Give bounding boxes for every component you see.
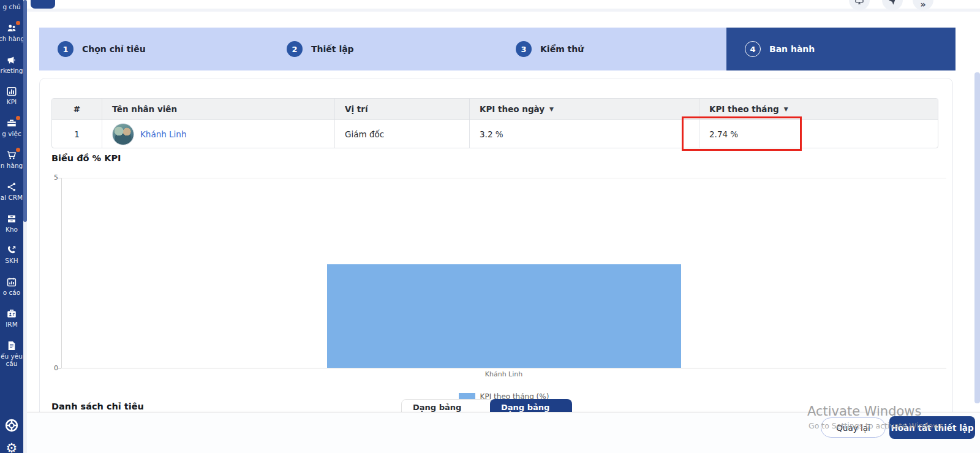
cart-icon: [6, 150, 17, 161]
table-header-row: # Tên nhân viên Vị trí KPI theo ngày ▼ K…: [52, 99, 938, 120]
sidebar-item-label: ch hàng: [0, 35, 23, 42]
step-kiem-thu[interactable]: 3 Kiểm thử: [497, 28, 726, 70]
cell-employee: Khánh Linh: [102, 120, 334, 148]
sort-desc-icon[interactable]: ▼: [784, 106, 788, 112]
briefcase-icon: [6, 118, 17, 129]
chart-plot: [61, 178, 946, 368]
kpi-chart-icon: [6, 86, 17, 97]
topbar: [27, 0, 980, 12]
request-icon: [6, 340, 17, 351]
header-position: Vị trí: [334, 99, 469, 120]
step-ban-hanh[interactable]: 4 Ban hành: [726, 28, 956, 70]
sidebar-help-button[interactable]: [0, 417, 23, 433]
employee-avatar[interactable]: [112, 123, 134, 145]
notification-dot: [16, 148, 20, 152]
content-scrollbar-thumb[interactable]: [974, 72, 980, 403]
cell-index: 1: [52, 120, 102, 148]
share-icon: [6, 181, 17, 192]
sidebar-item-label: al CRM: [1, 194, 23, 201]
sidebar-item-label: g chủ: [2, 3, 20, 10]
step-label: Ban hành: [769, 44, 815, 54]
sidebar-item[interactable]: g việc: [0, 112, 23, 144]
header-employee-name: Tên nhân viên: [102, 99, 334, 120]
header-kpi-day-label: KPI theo ngày: [480, 104, 545, 114]
chart-title: Biểu đồ % KPI: [51, 153, 121, 163]
sidebar-scroll-up[interactable]: [0, 378, 23, 390]
sidebar-item[interactable]: ếu yêu cầu: [0, 335, 23, 367]
step-label: Chọn chỉ tiêu: [82, 44, 146, 54]
y-axis-tick-min: 0: [43, 364, 58, 372]
cell-kpi-day: 3.2 %: [469, 120, 699, 148]
x-axis-category-label: Khánh Linh: [61, 370, 946, 378]
step-thiet-lap[interactable]: 2 Thiết lập: [268, 28, 497, 70]
sidebar-item[interactable]: ch hàng: [0, 17, 23, 49]
sidebar-item-label: n hàng: [1, 162, 23, 169]
customers-icon: [6, 23, 17, 34]
step-number-badge: 1: [58, 41, 74, 57]
sidebar-item[interactable]: SKH: [0, 239, 23, 271]
send-icon: [888, 0, 897, 10]
sidebar-item[interactable]: o cáo: [0, 271, 23, 303]
sidebar-item-label: IRM: [6, 321, 17, 328]
sidebar-scroll-down[interactable]: [0, 398, 23, 410]
y-axis-tickmark: [58, 368, 61, 369]
header-index: #: [52, 99, 102, 120]
step-label: Thiết lập: [311, 44, 354, 54]
lifebuoy-icon: [4, 417, 20, 433]
megaphone-icon: [6, 55, 17, 66]
notification-dot: [16, 116, 20, 120]
wizard-stepper: 1 Chọn chỉ tiêu 2 Thiết lập 3 Kiểm thử 4…: [39, 28, 956, 70]
sidebar-settings-button[interactable]: ⚙: [0, 442, 23, 453]
sidebar-item[interactable]: KPI: [0, 80, 23, 112]
sidebar: g chủch hàngrketingKPIg việcn hàngal CRM…: [0, 0, 23, 453]
cell-position: Giám đốc: [334, 120, 469, 148]
gear-icon: ⚙: [6, 442, 18, 453]
phone-icon: [6, 245, 17, 256]
sidebar-collapse-button[interactable]: [31, 0, 55, 9]
sidebar-menu: g chủch hàngrketingKPIg việcn hàngal CRM…: [0, 0, 23, 367]
sidebar-item-label: rketing: [1, 67, 23, 74]
step-number-badge: 3: [516, 41, 532, 57]
sidebar-item-label: SKH: [5, 257, 18, 264]
sidebar-item-label: KPI: [7, 98, 17, 105]
header-kpi-month[interactable]: KPI theo tháng ▼: [699, 99, 938, 120]
sidebar-scrollbar[interactable]: [23, 0, 27, 453]
sidebar-item[interactable]: al CRM: [0, 176, 23, 208]
y-axis-tick-max: 5: [43, 173, 58, 181]
forward-icon: »: [920, 0, 925, 9]
header-kpi-day[interactable]: KPI theo ngày ▼: [469, 99, 699, 120]
sidebar-scrollbar-thumb[interactable]: [23, 0, 27, 222]
notification-dot: [16, 21, 20, 25]
employee-name-link[interactable]: Khánh Linh: [140, 129, 186, 139]
target-list-title: Danh sách chỉ tiêu: [51, 402, 144, 411]
step-chon-chi-tieu[interactable]: 1 Chọn chỉ tiêu: [39, 28, 268, 70]
report-icon: [6, 276, 17, 287]
sidebar-item[interactable]: n hàng: [0, 144, 23, 176]
step-number-badge: 2: [287, 41, 303, 57]
back-button[interactable]: Quay lại: [821, 417, 886, 438]
sidebar-item[interactable]: rketing: [0, 49, 23, 81]
header-kpi-month-label: KPI theo tháng: [709, 104, 779, 114]
home-icon: [6, 0, 17, 2]
sidebar-item[interactable]: IRM: [0, 303, 23, 335]
sidebar-item-label: g việc: [2, 130, 21, 137]
sidebar-item[interactable]: g chủ: [0, 0, 23, 17]
hrm-icon: [6, 308, 17, 319]
kpi-table: # Tên nhân viên Vị trí KPI theo ngày ▼ K…: [51, 98, 938, 148]
cell-kpi-month: 2.74 %: [699, 120, 938, 148]
sidebar-item-label: ếu yêu cầu: [0, 352, 23, 367]
screen-icon: [854, 0, 864, 10]
step-number-badge: 4: [745, 41, 761, 57]
finish-setup-button[interactable]: Hoàn tất thiết lập: [889, 416, 975, 439]
warehouse-icon: [6, 213, 17, 224]
sidebar-item[interactable]: Kho: [0, 208, 23, 240]
step-label: Kiểm thử: [540, 44, 584, 54]
table-row: 1 Khánh Linh Giám đốc 3.2 % 2.74 %: [52, 120, 938, 148]
kpi-bar[interactable]: [327, 264, 681, 368]
sort-desc-icon[interactable]: ▼: [549, 106, 554, 112]
sidebar-item-label: Kho: [6, 226, 18, 233]
sidebar-item-label: o cáo: [3, 289, 20, 296]
